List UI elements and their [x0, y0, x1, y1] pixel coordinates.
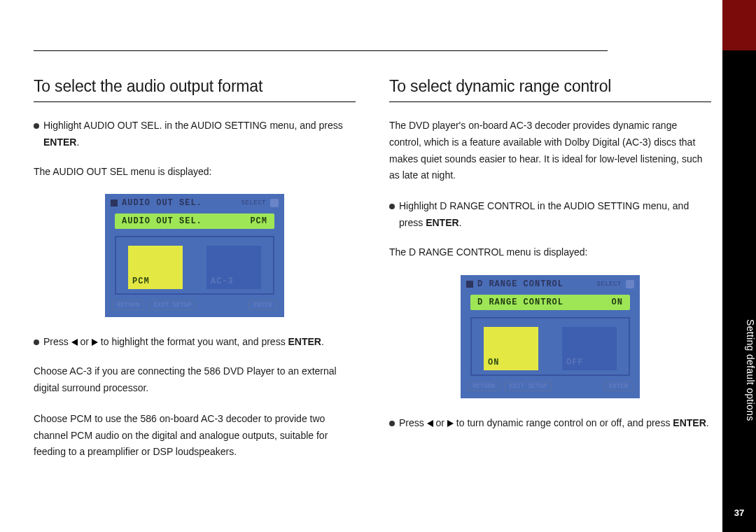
bullet-icon — [34, 340, 39, 345]
step-2: Press or to highlight the format you wan… — [34, 334, 356, 351]
right-arrow-icon — [92, 339, 98, 346]
top-rule — [34, 50, 608, 51]
right-column: To select dynamic range control The DVD … — [389, 77, 711, 461]
heading-rule — [34, 102, 356, 102]
option-off: OFF — [562, 327, 617, 370]
note-ac3: Choose AC-3 if you are connecting the 58… — [34, 363, 356, 397]
step-2: Press or to turn dynamic range control o… — [389, 415, 711, 432]
option-pcm: PCM — [128, 246, 183, 289]
bullet-icon — [34, 123, 39, 129]
step-text: Press or to turn dynamic range control o… — [399, 415, 709, 432]
heading-dynamic-range: To select dynamic range control — [389, 77, 711, 96]
step-1: Highlight D RANGE CONTROL in the AUDIO S… — [389, 198, 711, 232]
left-column: To select the audio output format Highli… — [34, 77, 356, 461]
content-columns: To select the audio output format Highli… — [34, 77, 713, 461]
note-pcm: Choose PCM to use the 586 on-board AC-3 … — [34, 411, 356, 461]
step-1: Highlight AUDIO OUT SEL. in the AUDIO SE… — [34, 118, 356, 151]
audio-out-sel-screen: AUDIO OUT SEL. SELECT AUDIO OUT SEL. PCM… — [105, 194, 284, 317]
right-arrow-icon — [447, 420, 454, 427]
manual-page: Setting default options 37 To select the… — [0, 0, 756, 532]
section-label: Setting default options — [722, 315, 756, 421]
displayed-note: The AUDIO OUT SEL menu is displayed: — [34, 164, 356, 181]
bullet-icon — [389, 204, 395, 209]
step-text: Highlight AUDIO OUT SEL. in the AUDIO SE… — [43, 118, 356, 151]
step-text: Highlight D RANGE CONTROL in the AUDIO S… — [399, 198, 711, 232]
side-tab-accent — [722, 0, 756, 50]
displayed-note: The D RANGE CONTROL menu is displayed: — [389, 244, 711, 261]
page-number: 37 — [722, 507, 756, 518]
d-range-control-screen: D RANGE CONTROL SELECT D RANGE CONTROL O… — [461, 275, 640, 398]
bullet-icon — [389, 421, 395, 426]
heading-audio-output: To select the audio output format — [34, 77, 356, 96]
left-arrow-icon — [427, 420, 433, 427]
side-tab: Setting default options 37 — [722, 0, 756, 532]
option-on: ON — [484, 327, 538, 370]
option-ac3: AC-3 — [206, 246, 261, 289]
heading-rule — [389, 102, 711, 102]
left-arrow-icon — [71, 339, 78, 346]
step-text: Press or to highlight the format you wan… — [43, 334, 324, 351]
intro-paragraph: The DVD player's on-board AC-3 decoder p… — [389, 118, 711, 184]
